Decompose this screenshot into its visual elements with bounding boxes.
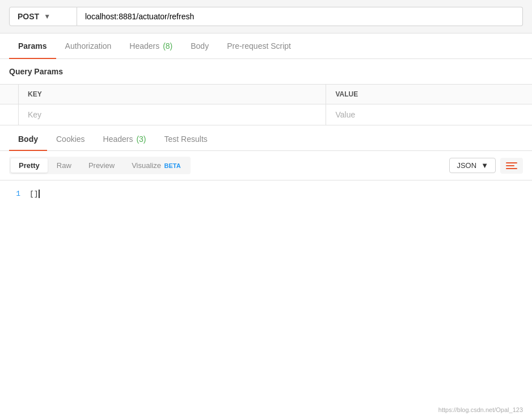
method-selector[interactable]: POST ▼ [9,7,77,26]
tab-response-headers[interactable]: Headers (3) [94,128,155,150]
key-cell[interactable]: Key [19,104,326,125]
tab-response-body[interactable]: Body [9,128,47,150]
format-tab-pretty[interactable]: Pretty [11,158,48,173]
headers-badge: (8) [163,41,172,51]
tab-body[interactable]: Body [181,33,218,58]
line-number: 1 [9,190,20,198]
url-bar: POST ▼ [0,0,532,33]
row-checkbox-cell [0,104,19,125]
beta-badge: BETA [164,162,181,169]
tab-params[interactable]: Params [9,33,56,58]
format-tabs: Pretty Raw Preview Visualize BETA [9,157,191,174]
table-row: Key Value [0,104,532,125]
response-tabs: Body Cookies Headers (3) Test Results [0,128,532,151]
json-type-selector[interactable]: JSON ▼ [449,158,496,173]
tab-authorization[interactable]: Authorization [56,33,121,58]
method-label: POST [18,12,39,21]
key-col-header: KEY [19,85,326,104]
body-toolbar: Pretty Raw Preview Visualize BETA JSON ▼ [0,151,532,180]
wrap-button[interactable] [500,158,523,174]
format-tab-preview[interactable]: Preview [81,158,123,173]
value-col-header: VALUE [326,85,532,104]
format-tab-raw[interactable]: Raw [49,158,79,173]
wrap-icon [506,161,517,170]
response-headers-badge: (3) [136,135,146,144]
tab-headers[interactable]: Headers (8) [120,33,181,58]
format-tab-visualize[interactable]: Visualize BETA [124,158,189,173]
value-cell[interactable]: Value [326,104,532,125]
tab-cookies[interactable]: Cookies [47,128,94,150]
tab-pre-request-script[interactable]: Pre-request Script [218,33,300,58]
code-cursor: [] [29,190,40,198]
code-line: 1 [] [9,190,523,198]
code-area[interactable]: 1 [] [0,180,532,237]
query-params-title: Query Params [0,59,532,85]
checkbox-col-header [0,85,19,104]
params-table: KEY VALUE Key Value [0,85,532,125]
method-chevron: ▼ [44,12,50,20]
tab-test-results[interactable]: Test Results [155,128,217,150]
request-tabs: Params Authorization Headers (8) Body Pr… [0,33,532,59]
code-content: [] [29,190,40,198]
url-input[interactable] [77,7,523,26]
